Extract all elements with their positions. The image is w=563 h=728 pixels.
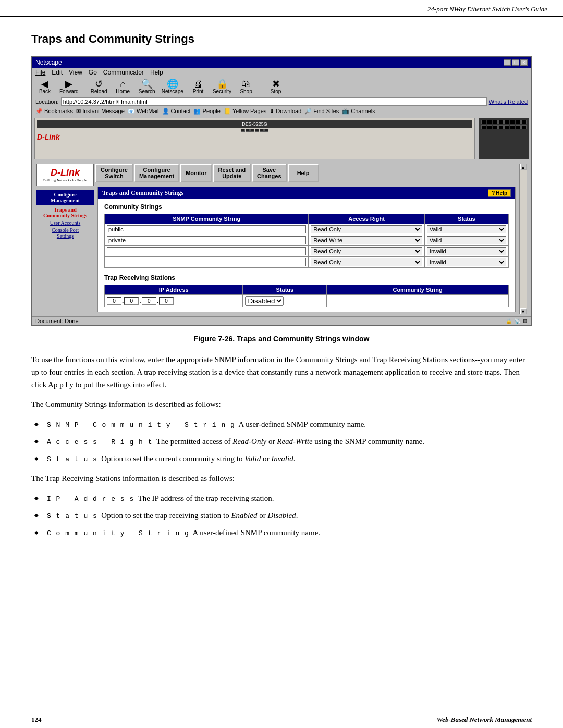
shop-button[interactable]: 🛍 Shop [237,79,255,94]
close-button[interactable]: × [520,59,528,66]
sidebar-item-console-port[interactable]: Console PortSettings [36,227,94,239]
community-string-input-2[interactable] [107,236,306,244]
forward-button[interactable]: ▶ Forward [59,79,79,94]
bookmark-channels[interactable]: 📺 Channels [342,108,375,115]
reset-update-button[interactable]: Reset andUpdate [213,164,251,182]
bookmark-webmail[interactable]: 📧 WebMail [128,108,159,115]
port-group-1 [241,129,268,132]
security-button[interactable]: 🔒 Security [213,79,231,94]
access-right-select-4[interactable]: Read-Only Read-Write [311,258,422,266]
scroll-up-button[interactable]: ▲ [520,164,527,170]
italic-disabled: Disabled [267,511,296,520]
configure-management-button[interactable]: ConfigureManagement [134,164,179,182]
header-title: 24-port NWay Ethernet Switch User's Guid… [427,5,547,14]
minimize-button[interactable]: - [504,59,511,66]
home-label: Home [116,89,130,94]
help-button[interactable]: Help [288,164,319,182]
trap-col-community: Community String [327,285,509,295]
scrollbar[interactable]: ▲ ▼ [519,164,527,314]
netscape-button[interactable]: 🌐 Netscape [162,79,183,94]
trap-receiving-table: IP Address Status Community String [104,285,509,307]
bookmark-yellow-pages[interactable]: 📒 Yellow Pages [224,108,267,115]
access-right-select-3[interactable]: Read-Only Read-Write [311,247,422,255]
bookmark-find-sites[interactable]: 🔎 Find Sites [304,108,339,115]
indicator [493,125,498,129]
sidebar-item-user-accounts[interactable]: User Accounts [36,220,94,226]
trap-ip-cell: . . . [105,295,243,307]
stop-button[interactable]: ✖ Stop [266,79,285,94]
bookmark-contact[interactable]: 👤 Contact [162,108,191,115]
maximize-button[interactable]: □ [512,59,519,66]
italic-read-write: Read-Write [277,437,312,446]
main-panel: Traps and Community Strings ? Help Commu… [97,187,516,312]
indicator [510,120,515,124]
trap-status-select[interactable]: Disabled Enabled [245,296,284,306]
access-right-select-1[interactable]: Read-Only Read-Write [311,225,422,233]
shop-label: Shop [240,89,252,94]
menu-file[interactable]: File [35,69,45,76]
status-select-1[interactable]: Valid Invalid [427,225,506,233]
switch-model-label: DES-3225G [37,120,472,128]
community-string-input-4[interactable] [107,258,306,266]
status-select-4[interactable]: Valid Invalid [427,258,506,266]
community-string-input-1[interactable] [107,225,306,233]
configure-switch-button[interactable]: ConfigureSwitch [95,164,133,182]
status-cell-4: Valid Invalid [424,257,508,268]
browser-window: Netscape - □ × File Edit View Go Communi… [31,56,532,326]
bullet-term-trap-status: S t a t u s [47,512,97,520]
bookmark-download[interactable]: ⬇ Download [270,108,301,115]
community-string-input-3[interactable] [107,247,306,255]
trap-paragraph: The Trap Receiving Stations information … [31,472,532,485]
search-button[interactable]: 🔍 Search [138,79,156,94]
status-select-3[interactable]: Valid Invalid [427,247,506,255]
bullet-term-ip: I P A d d r e s s [47,495,134,503]
access-right-select-2[interactable]: Read-Only Read-Write [311,236,422,244]
security-icon: 🔒 [216,79,228,89]
menu-edit[interactable]: Edit [52,69,63,76]
scroll-down-button[interactable]: ▼ [520,308,527,314]
community-strings-table: SNMP Community String Access Right Statu… [104,214,509,268]
switch-graphic: DES-3225G D-Link [34,118,475,159]
bookmark-instant-message[interactable]: ✉ Instant Message [76,108,125,115]
statusbar-icon-2: 📡 [514,318,520,324]
reload-button[interactable]: ↺ Reload [90,79,108,94]
location-input[interactable] [61,97,487,106]
sidebar-item-traps[interactable]: Traps andCommunity Strings [36,207,94,218]
whats-related-link[interactable]: What's Related [489,98,528,105]
indicator-row-1 [481,120,527,124]
indicator [481,120,486,124]
menu-go[interactable]: Go [89,69,97,76]
ip-octet-2[interactable] [124,297,139,305]
bookmark-bookmarks[interactable]: 📌 Bookmarks [35,108,73,115]
trap-community-input[interactable] [329,297,506,305]
bullet-term-access: A c c e s s R i g h t [47,438,152,446]
panel-help-button[interactable]: ? Help [488,189,511,197]
browser-statusbar: Document: Done 🔒 📡 🖥 [32,316,531,325]
print-button[interactable]: 🖨 Print [189,79,207,94]
monitor-button[interactable]: Monitor [180,164,212,182]
back-label: Back [39,89,51,94]
table-row: Read-Only Read-Write Valid Invalid [105,257,509,268]
ip-octet-4[interactable] [159,297,174,305]
browser-menubar: File Edit View Go Communicator Help [32,68,531,77]
community-string-cell-3 [105,246,309,257]
ip-octet-1[interactable] [107,297,121,305]
scroll-track [520,170,527,308]
save-changes-button[interactable]: SaveChanges [252,164,286,182]
col-status: Status [424,214,508,224]
list-item: C o m m u n i t y S t r i n g A user-def… [42,526,532,539]
italic-invalid: Invalid [271,454,293,463]
ip-octet-3[interactable] [142,297,156,305]
menu-view[interactable]: View [69,69,82,76]
trap-community-cell [327,295,509,307]
back-button[interactable]: ◀ Back [35,79,54,94]
trap-col-status: Status [243,285,327,295]
nav-buttons: ConfigureSwitch ConfigureManagement Moni… [95,164,518,182]
bookmark-people[interactable]: 👥 People [193,108,220,115]
menu-communicator[interactable]: Communicator [103,69,144,76]
status-select-2[interactable]: Valid Invalid [427,236,506,244]
configure-management-sidebar[interactable]: ConfigureManagement [36,190,94,205]
home-button[interactable]: ⌂ Home [114,79,132,94]
stop-icon: ✖ [272,79,280,89]
menu-help[interactable]: Help [150,69,163,76]
